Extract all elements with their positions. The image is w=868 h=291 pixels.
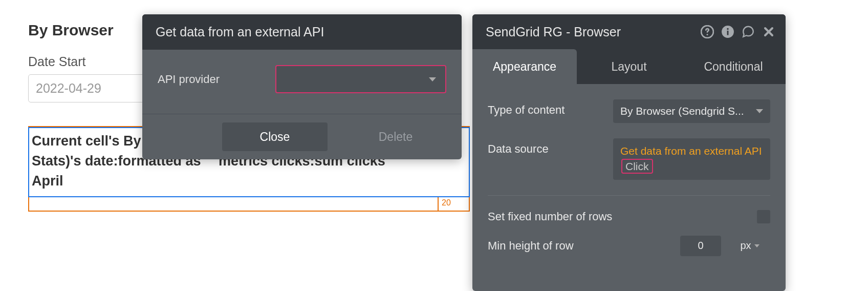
date-start-label: Date Start — [28, 54, 161, 69]
tab-appearance[interactable]: Appearance — [472, 49, 577, 84]
min-height-label: Min height of row — [488, 239, 680, 253]
comment-icon[interactable] — [742, 25, 755, 38]
fixed-rows-checkbox[interactable] — [757, 210, 770, 223]
close-icon[interactable] — [762, 25, 775, 38]
close-button[interactable]: Close — [222, 122, 328, 151]
data-source-expression[interactable]: Get data from an external API Click — [613, 138, 770, 180]
api-data-modal: Get data from an external API API provid… — [142, 14, 462, 159]
min-height-unit-value: px — [740, 240, 751, 252]
data-source-label: Data source — [488, 138, 613, 156]
info-icon[interactable] — [721, 25, 734, 38]
api-provider-label: API provider — [158, 73, 275, 86]
section-heading: By Browser — [28, 22, 161, 39]
divider — [488, 195, 770, 196]
min-height-input[interactable] — [680, 236, 721, 256]
delete-button[interactable]: Delete — [343, 122, 448, 151]
tab-layout[interactable]: Layout — [577, 49, 681, 84]
type-of-content-label: Type of content — [488, 99, 613, 117]
min-height-unit-select[interactable]: px — [729, 236, 770, 256]
modal-title[interactable]: Get data from an external API — [142, 14, 462, 50]
help-icon[interactable] — [701, 25, 714, 38]
data-source-value: Get data from an external API — [620, 145, 762, 157]
date-start-input[interactable] — [28, 74, 161, 102]
row-height-indicator: 20 — [439, 197, 469, 211]
svg-point-1 — [706, 34, 708, 35]
chevron-down-icon — [754, 244, 760, 247]
chevron-down-icon — [429, 77, 436, 81]
type-of-content-value: By Browser (Sendgrid S... — [620, 105, 744, 117]
background-content: By Browser Date Start — [28, 22, 161, 102]
api-provider-select[interactable] — [275, 65, 446, 93]
property-panel: SendGrid RG - Browser Appearance Layout … — [472, 14, 786, 291]
svg-point-4 — [727, 28, 728, 30]
type-of-content-select[interactable]: By Browser (Sendgrid S... — [613, 99, 770, 123]
tab-conditional[interactable]: Conditional — [681, 49, 786, 84]
svg-rect-3 — [727, 31, 729, 35]
fixed-rows-label: Set fixed number of rows — [488, 210, 757, 223]
panel-title[interactable]: SendGrid RG - Browser — [486, 25, 701, 39]
chevron-down-icon — [756, 109, 763, 113]
data-source-click-token[interactable]: Click — [621, 159, 653, 174]
